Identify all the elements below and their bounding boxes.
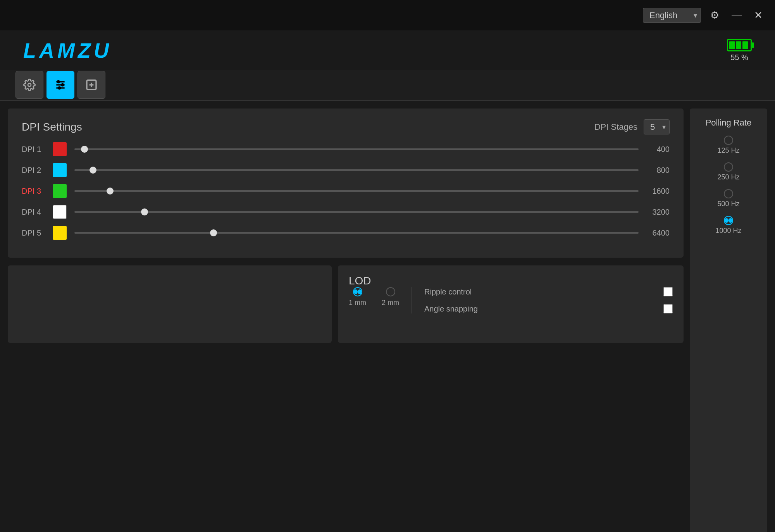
dpi-1-color[interactable]: [53, 142, 67, 156]
dpi-3-slider[interactable]: [74, 190, 639, 192]
polling-radio-125[interactable]: [724, 136, 733, 145]
dpi-3-color[interactable]: [53, 184, 67, 198]
polling-label-500: 500 Hz: [717, 200, 739, 208]
polling-option-500[interactable]: 500 Hz: [717, 189, 739, 208]
minimize-button[interactable]: —: [728, 8, 745, 23]
dpi-row-5: DPI 5 6400: [22, 226, 670, 240]
bottom-blank-panel: [8, 265, 332, 343]
toolbar: [0, 70, 775, 101]
toolbar-add-button[interactable]: [78, 71, 105, 99]
polling-option-250[interactable]: 250 Hz: [717, 162, 739, 181]
battery-bar-3: [742, 41, 748, 49]
battery-icon: [727, 39, 752, 52]
battery-bar-1: [729, 41, 735, 49]
dpi-3-label: DPI 3: [22, 187, 45, 196]
lod-label-1mm: 1 mm: [349, 299, 366, 307]
svg-point-4: [57, 81, 59, 83]
lod-option-2mm[interactable]: 2 mm: [382, 287, 399, 307]
battery-percentage: 55 %: [730, 53, 748, 62]
polling-radio-250[interactable]: [724, 162, 733, 172]
checkboxes-section: Ripple control Angle snapping: [424, 287, 673, 313]
ripple-control-label: Ripple control: [424, 288, 472, 296]
svg-point-6: [59, 87, 60, 89]
polling-option-125[interactable]: 125 Hz: [717, 136, 739, 155]
toolbar-tune-button[interactable]: [46, 71, 74, 99]
dpi-5-slider[interactable]: [74, 232, 639, 234]
toolbar-settings-button[interactable]: [16, 71, 43, 99]
dpi-1-label: DPI 1: [22, 145, 45, 154]
dpi-header: DPI Settings DPI Stages 1 2 3 4 5: [22, 119, 670, 134]
polling-label-1000: 1000 Hz: [715, 227, 741, 235]
dpi-row-1: DPI 1 400: [22, 142, 670, 156]
title-bar: English Chinese Japanese ⚙ — ✕: [0, 0, 775, 31]
app-logo: LAMZU: [23, 38, 112, 62]
lod-divider: [412, 287, 412, 313]
dpi-title: DPI Settings: [22, 121, 82, 133]
dpi-2-label: DPI 2: [22, 166, 45, 175]
lod-title: LOD: [349, 275, 371, 287]
polling-rate-title: Polling Rate: [706, 118, 752, 128]
lod-option-1mm[interactable]: 1 mm: [349, 287, 366, 307]
polling-radio-500[interactable]: [724, 189, 733, 198]
settings-title-button[interactable]: ⚙: [707, 8, 722, 23]
dpi-1-value: 400: [646, 145, 670, 154]
polling-label-250: 250 Hz: [717, 173, 739, 181]
ripple-control-checkbox[interactable]: [663, 287, 673, 296]
angle-snapping-label: Angle snapping: [424, 305, 478, 313]
polling-radio-1000[interactable]: [724, 216, 733, 225]
dpi-2-slider[interactable]: [74, 169, 639, 171]
logo-bar: LAMZU 55 %: [0, 31, 775, 70]
battery-bars: [728, 40, 749, 50]
dpi-row-3: DPI 3 1600: [22, 184, 670, 198]
dpi-4-color[interactable]: [53, 205, 67, 219]
dpi-4-value: 3200: [646, 208, 670, 217]
dpi-5-color[interactable]: [53, 226, 67, 240]
polling-option-1000[interactable]: 1000 Hz: [715, 216, 741, 235]
dpi-5-value: 6400: [646, 229, 670, 238]
right-side: Polling Rate 125 Hz 250 Hz 500 Hz 1000 H…: [690, 101, 775, 532]
dpi-stages-select[interactable]: 1 2 3 4 5: [644, 119, 670, 134]
dpi-5-label: DPI 5: [22, 229, 45, 238]
language-select[interactable]: English Chinese Japanese: [643, 8, 701, 23]
content-area: DPI Settings DPI Stages 1 2 3 4 5: [0, 101, 775, 532]
battery-widget: 55 %: [727, 39, 752, 62]
close-button[interactable]: ✕: [751, 8, 766, 23]
dpi-stages-control: DPI Stages 1 2 3 4 5: [594, 119, 670, 134]
ripple-control-row: Ripple control: [424, 287, 673, 296]
dpi-stages-label: DPI Stages: [594, 122, 637, 132]
dpi-settings-panel: DPI Settings DPI Stages 1 2 3 4 5: [8, 108, 684, 258]
language-selector[interactable]: English Chinese Japanese: [643, 8, 701, 23]
lod-options-section: 1 mm 2 mm: [349, 287, 399, 313]
lod-radio-1mm[interactable]: [353, 287, 362, 296]
angle-snapping-row: Angle snapping: [424, 304, 673, 313]
angle-snapping-checkbox[interactable]: [663, 304, 673, 313]
lod-radio-2mm[interactable]: [386, 287, 395, 296]
dpi-4-slider[interactable]: [74, 211, 639, 213]
dpi-row-4: DPI 4 3200: [22, 205, 670, 219]
svg-point-5: [62, 84, 64, 86]
polling-label-125: 125 Hz: [717, 146, 739, 155]
svg-point-0: [28, 83, 31, 86]
dpi-stages-selector[interactable]: 1 2 3 4 5: [644, 119, 670, 134]
lod-label-2mm: 2 mm: [382, 299, 399, 307]
dpi-3-value: 1600: [646, 187, 670, 196]
left-main: DPI Settings DPI Stages 1 2 3 4 5: [0, 101, 690, 532]
dpi-2-color[interactable]: [53, 163, 67, 177]
dpi-4-label: DPI 4: [22, 208, 45, 217]
dpi-2-value: 800: [646, 166, 670, 175]
lod-options: 1 mm 2 mm: [349, 287, 399, 307]
bottom-section: LOD 1 mm 2 mm: [8, 265, 684, 343]
lod-panel: LOD 1 mm 2 mm: [338, 265, 684, 343]
polling-rate-panel: Polling Rate 125 Hz 250 Hz 500 Hz 1000 H…: [690, 108, 767, 532]
battery-bar-2: [736, 41, 741, 49]
dpi-row-2: DPI 2 800: [22, 163, 670, 177]
dpi-1-slider[interactable]: [74, 148, 639, 150]
